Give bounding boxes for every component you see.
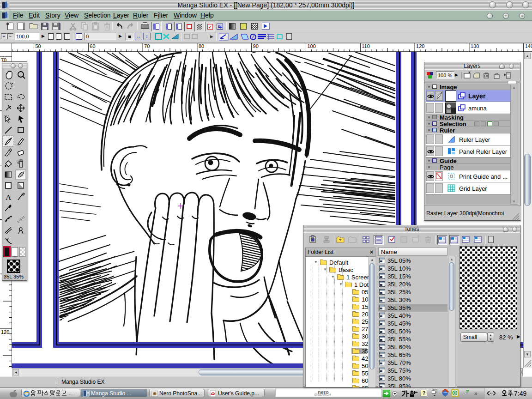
- svg-text:120: 120: [1, 329, 9, 335]
- svg-text:130: 130: [471, 43, 479, 49]
- svg-text:-...: -...: [69, 391, 75, 396]
- svg-text:90: 90: [253, 43, 259, 49]
- svg-text:100: 100: [308, 43, 316, 49]
- svg-text:A: A: [6, 193, 12, 202]
- svg-text:80: 80: [199, 43, 204, 49]
- svg-text:140: 140: [525, 43, 532, 49]
- svg-text:110: 110: [362, 43, 370, 49]
- svg-text:70: 70: [144, 43, 150, 49]
- svg-text:50: 50: [36, 43, 41, 49]
- svg-text:60: 60: [90, 43, 95, 49]
- svg-text:120: 120: [416, 43, 424, 49]
